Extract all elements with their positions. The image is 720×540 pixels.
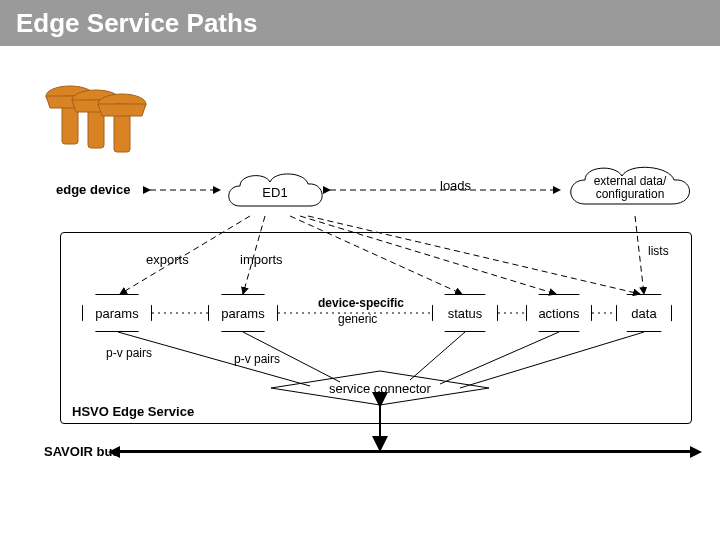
- svg-line-14: [308, 216, 640, 294]
- node-status-label: status: [448, 306, 483, 321]
- svg-line-9: [635, 216, 644, 294]
- label-loads: loads: [440, 178, 471, 193]
- cloud-external-label: external data/ configuration: [594, 175, 667, 201]
- node-data-label: data: [631, 306, 656, 321]
- node-params-1-label: params: [95, 306, 138, 321]
- node-params-2-label: params: [221, 306, 264, 321]
- label-imports: imports: [240, 252, 283, 267]
- svg-line-13: [300, 216, 556, 294]
- label-pv-2: p-v pairs: [234, 352, 280, 366]
- label-device-specific: device-specific: [318, 296, 404, 310]
- savoir-bus-line: [120, 450, 690, 453]
- node-actions-label: actions: [538, 306, 579, 321]
- label-exports: exports: [146, 252, 189, 267]
- label-generic: generic: [338, 312, 377, 326]
- cloud-ed1-label: ED1: [262, 186, 287, 200]
- label-savoir: SAVOIR bus: [44, 444, 120, 459]
- svg-line-23: [460, 332, 644, 388]
- connectors-svg: [0, 0, 720, 540]
- bus-arrow-right: [690, 446, 702, 458]
- label-pv-1: p-v pairs: [106, 346, 152, 360]
- svg-line-21: [410, 332, 465, 380]
- label-hsvo: HSVO Edge Service: [72, 404, 194, 419]
- label-edge-device: edge device: [56, 182, 130, 197]
- svg-line-12: [290, 216, 462, 294]
- label-lists: lists: [648, 244, 669, 258]
